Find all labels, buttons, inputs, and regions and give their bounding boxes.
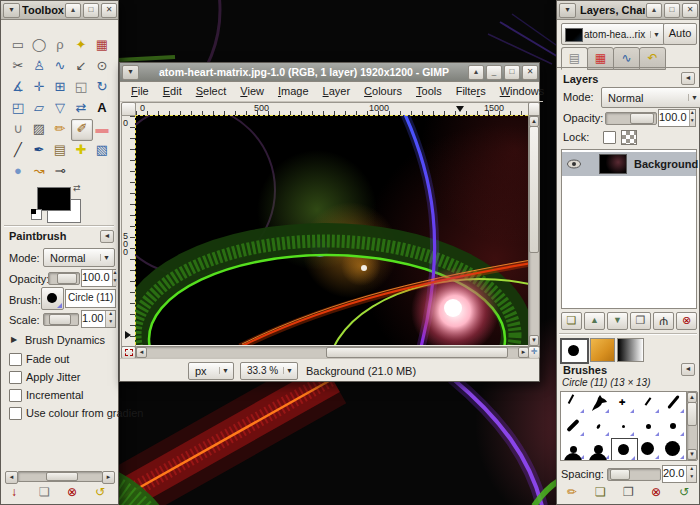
tool-bucket-fill[interactable]: ∪ [8, 119, 28, 139]
menu-tools[interactable]: Tools [409, 83, 449, 99]
scroll-down-icon[interactable]: ▼ [529, 335, 539, 346]
tool-blur-sharpen[interactable]: ● [8, 161, 28, 181]
tool-color-picker[interactable]: ↙ [71, 56, 91, 76]
tool-paths[interactable]: ∿ [50, 56, 70, 76]
refresh-brushes-button[interactable]: ↺ [679, 485, 689, 499]
delete-options-button[interactable]: ⊗ [67, 485, 77, 499]
menu-view[interactable]: View [233, 83, 271, 99]
delete-layer-button[interactable]: ⊗ [676, 312, 697, 330]
swap-colors-icon[interactable]: ⇄ [73, 183, 81, 193]
tool-dodge-burn[interactable]: ⊸ [50, 161, 70, 181]
duplicate-layer-button[interactable]: ❐ [630, 312, 651, 330]
scale-spinner[interactable]: 1.00 ▲▼ [81, 310, 116, 328]
menu-file[interactable]: File [124, 83, 156, 99]
close-icon[interactable]: ✕ [101, 3, 117, 18]
layer-mode-dropdown[interactable]: Normal▼ [601, 87, 700, 108]
brush-thumbnail[interactable] [561, 415, 586, 438]
tool-perspective-clone[interactable]: ▧ [92, 140, 112, 160]
opacity-spinner[interactable]: 100.0 ▲▼ [81, 269, 116, 287]
maximize-icon[interactable]: □ [83, 3, 99, 18]
spacing-spinner[interactable]: 20.0 ▲▼ [662, 465, 697, 483]
window-menu-icon[interactable]: ▾ [122, 65, 139, 80]
new-brush-button[interactable]: ❏ [595, 485, 606, 499]
reset-options-button[interactable]: ↺ [95, 485, 105, 499]
tool-scissors-select[interactable]: ✂ [8, 56, 28, 76]
brush-grid[interactable]: ✚ [560, 391, 687, 461]
close-icon[interactable]: ✕ [682, 3, 698, 18]
use-colour-from-gradient-checkbox[interactable] [9, 407, 22, 420]
tool-perspective[interactable]: ▽ [50, 98, 70, 118]
shade-icon[interactable]: ▴ [65, 3, 81, 18]
active-pattern-button[interactable] [590, 338, 615, 362]
tool-align[interactable]: ⊞ [50, 77, 70, 97]
delete-brush-button[interactable]: ⊗ [651, 485, 661, 499]
restore-options-button[interactable]: ❏ [39, 485, 50, 499]
tool-move[interactable]: ✛ [29, 77, 49, 97]
unit-dropdown[interactable]: px▼ [188, 362, 234, 380]
layer-row-background[interactable]: Background [562, 152, 696, 176]
spacing-slider[interactable] [607, 468, 661, 481]
incremental-checkbox[interactable] [9, 389, 22, 402]
tool-paintbrush[interactable]: ✐ [71, 119, 93, 141]
close-icon[interactable]: ✕ [522, 65, 538, 80]
tool-rectangle-select[interactable]: ▭ [8, 35, 28, 55]
maximize-icon[interactable]: □ [664, 3, 680, 18]
collapse-layers-icon[interactable]: ◄ [681, 72, 695, 85]
tool-shear[interactable]: ▱ [29, 98, 49, 118]
brush-dynamics-expander[interactable]: Brush Dynamics [25, 334, 105, 346]
zoom-dropdown[interactable]: 33.3 %▼ [240, 362, 298, 380]
default-colors-icon[interactable] [31, 209, 42, 220]
active-brush-button[interactable] [560, 338, 589, 364]
tool-select-by-color[interactable]: ▦ [92, 35, 112, 55]
vertical-scrollbar[interactable]: ▲ ▼ [528, 115, 540, 347]
scroll-left-icon[interactable]: ◄ [136, 347, 147, 358]
toolbox-titlebar[interactable]: ▾ Toolbox ▴ □ ✕ [1, 1, 118, 20]
brush-thumbnail[interactable] [586, 415, 611, 438]
brush-thumbnail-selected[interactable] [611, 438, 638, 461]
tool-pencil[interactable]: ✏ [50, 119, 70, 139]
tool-text[interactable]: A [92, 98, 112, 118]
tool-free-select[interactable]: ρ [50, 35, 70, 55]
tool-blend[interactable]: ▨ [29, 119, 49, 139]
collapse-options-icon[interactable]: ◄ [100, 230, 114, 243]
expander-arrow-icon[interactable]: ▶ [11, 335, 17, 344]
brush-thumbnail[interactable] [611, 415, 636, 438]
new-layer-button[interactable]: ❏ [561, 312, 582, 330]
save-options-button[interactable]: ↓ [11, 485, 17, 499]
menu-layer[interactable]: Layer [316, 83, 358, 99]
tool-smudge[interactable]: ↝ [29, 161, 49, 181]
tool-rotate[interactable]: ↻ [92, 77, 112, 97]
brush-thumbnail[interactable] [636, 415, 661, 438]
apply-jitter-checkbox[interactable] [9, 371, 22, 384]
scroll-down-icon[interactable]: ▼ [687, 449, 697, 460]
spinner-arrows-icon[interactable]: ▲▼ [686, 466, 696, 482]
brush-thumbnail[interactable] [636, 392, 661, 415]
options-scrollbar[interactable] [17, 471, 103, 482]
brush-thumbnail[interactable] [661, 415, 686, 438]
spinner-arrows-icon[interactable]: ▲▼ [105, 311, 115, 327]
tool-zoom[interactable]: ⊙ [92, 56, 112, 76]
lock-checkbox[interactable] [603, 131, 616, 144]
menu-filters[interactable]: Filters [449, 83, 493, 99]
fade-out-checkbox[interactable] [9, 353, 22, 366]
brush-thumbnail[interactable] [661, 438, 686, 461]
minimize-icon[interactable]: _ [486, 65, 502, 80]
color-area[interactable]: ⇄ [35, 187, 85, 223]
tool-ellipse-select[interactable]: ◯ [29, 35, 49, 55]
maximize-icon[interactable]: □ [504, 65, 520, 80]
lower-layer-button[interactable]: ▼ [607, 312, 628, 330]
anchor-layer-button[interactable]: Ψ [653, 312, 674, 330]
tool-fuzzy-select[interactable]: ✦ [71, 35, 91, 55]
tool-scale[interactable]: ◰ [8, 98, 28, 118]
tool-airbrush[interactable]: ╱ [8, 140, 28, 160]
tool-measure[interactable]: ∡ [8, 77, 28, 97]
brush-preview-button[interactable] [41, 287, 64, 310]
raise-layer-button[interactable]: ▲ [584, 312, 605, 330]
scale-slider[interactable] [43, 313, 79, 326]
visibility-eye-icon[interactable] [567, 159, 581, 169]
lock-alpha-icon[interactable] [621, 130, 637, 145]
brush-thumbnail-bird[interactable] [586, 392, 611, 415]
opacity-slider[interactable] [48, 272, 80, 285]
brush-thumbnail[interactable] [661, 392, 686, 415]
tool-clone[interactable]: ▤ [50, 140, 70, 160]
